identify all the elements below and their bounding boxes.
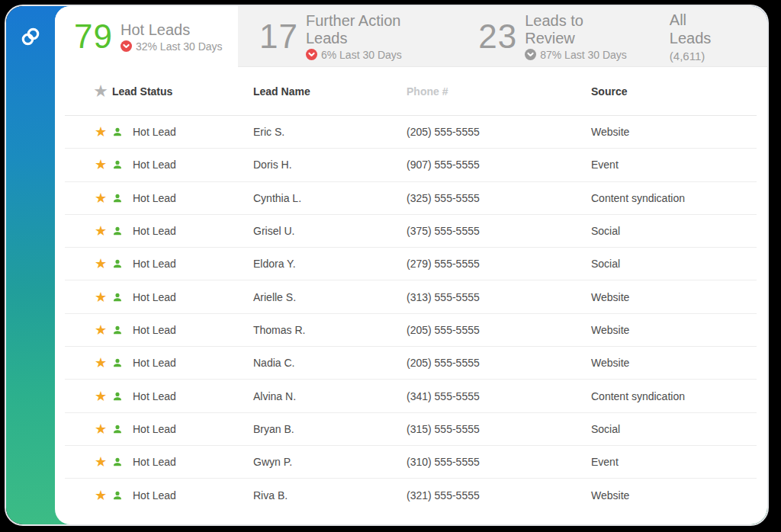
person-icon: [112, 490, 123, 501]
chevron-down-circle-icon: [306, 49, 317, 60]
lead-phone: (279) 555-5555: [407, 258, 591, 270]
hot-leads-count: 79: [74, 20, 113, 53]
source-column-header[interactable]: Source: [591, 85, 750, 98]
lead-source: Event: [591, 159, 750, 171]
table-row[interactable]: ★ Hot Lead Thomas R. (205) 555-5555 Webs…: [65, 314, 757, 347]
favorite-star-icon[interactable]: ★: [95, 323, 107, 337]
table-row[interactable]: ★ Hot Lead Grisel U. (375) 555-5555 Soci…: [65, 215, 757, 248]
lead-source: Social: [591, 423, 750, 435]
lead-source: Website: [591, 324, 750, 336]
lead-name: Alvina N.: [253, 390, 407, 402]
lead-source: Social: [591, 225, 750, 237]
phone-column-header[interactable]: Phone #: [407, 85, 591, 98]
favorite-star-icon[interactable]: ★: [95, 224, 107, 238]
hot-leads-change: 32% Last 30 Days: [136, 40, 223, 53]
favorite-star-icon[interactable]: ★: [95, 389, 107, 403]
hot-leads-label: Hot Leads: [121, 21, 223, 39]
lead-status: Hot Lead: [133, 390, 176, 402]
person-icon: [112, 193, 123, 204]
further-action-label: Further Action Leads: [306, 12, 446, 47]
lead-phone: (205) 555-5555: [407, 357, 591, 369]
lead-status-column-header[interactable]: Lead Status: [112, 85, 253, 98]
lead-name: Doris H.: [253, 159, 407, 171]
lead-source: Website: [591, 291, 750, 303]
person-icon: [112, 325, 123, 335]
lead-phone: (375) 555-5555: [407, 225, 591, 237]
lead-name: Arielle S.: [253, 291, 407, 303]
further-action-count: 17: [259, 20, 298, 53]
lead-phone: (205) 555-5555: [407, 324, 591, 336]
lead-status: Hot Lead: [133, 423, 176, 435]
person-icon: [112, 391, 123, 402]
table-row[interactable]: ★ Hot Lead Eric S. (205) 555-5555 Websit…: [65, 116, 757, 149]
header-tabs-strip: 17 Further Action Leads 6% Last 30 Days …: [238, 6, 767, 67]
lead-name: Riva B.: [253, 489, 407, 502]
lead-status: Hot Lead: [133, 126, 176, 138]
favorite-star-icon[interactable]: ★: [95, 356, 107, 370]
sidebar: [6, 6, 55, 524]
table-row[interactable]: ★ Hot Lead Cynthia L. (325) 555-5555 Con…: [65, 182, 757, 215]
table-header-row: ★ Lead Status Lead Name Phone # Source: [65, 67, 757, 116]
person-icon: [112, 127, 123, 137]
tab-all-leads[interactable]: All Leads (4,611): [670, 11, 732, 62]
tab-leads-to-review[interactable]: 23 Leads to Review 87% Last 30 Days: [478, 12, 638, 61]
lead-phone: (205) 555-5555: [407, 126, 591, 138]
all-leads-label: All Leads: [670, 11, 732, 47]
lead-name: Thomas R.: [253, 324, 407, 336]
favorite-star-icon[interactable]: ★: [95, 290, 107, 304]
table-row[interactable]: ★ Hot Lead Arielle S. (313) 555-5555 Web…: [65, 280, 757, 313]
further-action-change: 6% Last 30 Days: [321, 49, 402, 61]
lead-status: Hot Lead: [133, 225, 176, 237]
lead-status: Hot Lead: [133, 489, 176, 502]
table-row[interactable]: ★ Hot Lead Nadia C. (205) 555-5555 Websi…: [65, 347, 757, 380]
lead-name-column-header[interactable]: Lead Name: [253, 85, 407, 98]
chevron-down-circle-icon: [525, 49, 536, 60]
lead-phone: (321) 555-5555: [407, 489, 591, 502]
lead-phone: (907) 555-5555: [407, 159, 591, 171]
lead-phone: (341) 555-5555: [407, 390, 591, 402]
leads-to-review-count: 23: [478, 20, 517, 53]
favorite-star-icon[interactable]: ★: [95, 191, 107, 205]
lead-source: Website: [591, 126, 750, 138]
star-icon: ★: [94, 84, 107, 98]
table-row[interactable]: ★ Hot Lead Eldora Y. (279) 555-5555 Soci…: [65, 248, 757, 280]
lead-phone: (310) 555-5555: [407, 456, 591, 468]
lead-source: Event: [591, 456, 750, 468]
leads-to-review-label: Leads to Review: [525, 12, 638, 47]
person-icon: [112, 357, 123, 368]
favorite-star-icon[interactable]: ★: [95, 489, 107, 502]
stats-header: 79 Hot Leads 32% Last 30 Days 17: [55, 6, 767, 67]
table-row[interactable]: ★ Hot Lead Riva B. (321) 555-5555 Websit…: [65, 479, 757, 511]
main-content: 79 Hot Leads 32% Last 30 Days 17: [55, 6, 767, 524]
favorite-column-header[interactable]: ★: [89, 84, 112, 98]
lead-phone: (325) 555-5555: [407, 192, 591, 204]
table-row[interactable]: ★ Hot Lead Bryan B. (315) 555-5555 Socia…: [65, 413, 757, 446]
favorite-star-icon[interactable]: ★: [95, 422, 107, 436]
person-icon: [112, 292, 123, 303]
favorite-star-icon[interactable]: ★: [95, 257, 107, 271]
lead-source: Social: [591, 258, 750, 270]
person-icon: [112, 258, 123, 269]
favorite-star-icon[interactable]: ★: [95, 125, 107, 139]
lead-source: Website: [591, 357, 750, 369]
lead-name: Nadia C.: [253, 357, 407, 369]
lead-status: Hot Lead: [133, 324, 176, 336]
table-row[interactable]: ★ Hot Lead Gwyn P. (310) 555-5555 Event: [65, 446, 757, 479]
table-row[interactable]: ★ Hot Lead Doris H. (907) 555-5555 Event: [65, 149, 757, 181]
lead-status: Hot Lead: [133, 456, 176, 468]
favorite-star-icon[interactable]: ★: [95, 158, 107, 171]
lead-status: Hot Lead: [133, 159, 176, 171]
lead-source: Content syndication: [591, 390, 750, 402]
lead-status: Hot Lead: [133, 192, 176, 204]
lead-name: Gwyn P.: [253, 456, 407, 468]
lead-name: Eric S.: [253, 126, 407, 138]
leads-to-review-change: 87% Last 30 Days: [540, 49, 627, 61]
favorite-star-icon[interactable]: ★: [95, 455, 107, 469]
lead-status: Hot Lead: [133, 258, 176, 270]
lead-name: Bryan B.: [253, 423, 407, 435]
tab-further-action-leads[interactable]: 17 Further Action Leads 6% Last 30 Days: [259, 12, 446, 61]
interlocked-rings-logo-icon[interactable]: [19, 25, 42, 48]
person-icon: [112, 159, 123, 170]
tab-hot-leads[interactable]: 79 Hot Leads 32% Last 30 Days: [55, 6, 238, 67]
table-row[interactable]: ★ Hot Lead Alvina N. (341) 555-5555 Cont…: [65, 380, 757, 412]
